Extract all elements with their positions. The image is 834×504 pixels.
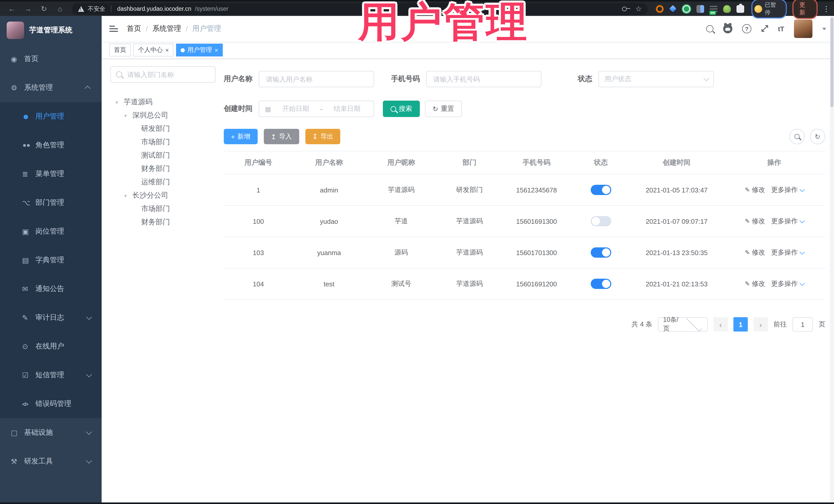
address-bar[interactable]: ! 不安全 dashboard.yudao.iocoder.cn /system…: [72, 3, 648, 15]
import-button[interactable]: ↥ 导入: [264, 129, 299, 144]
browser-reload-icon[interactable]: ↻: [37, 5, 51, 13]
dept-search-box[interactable]: [110, 66, 216, 83]
breadcrumb-item[interactable]: 用户管理: [193, 24, 221, 34]
profile-paused-badge[interactable]: 已暂停: [752, 0, 787, 19]
extension-icon-green-circle[interactable]: [683, 5, 690, 13]
password-key-icon[interactable]: [622, 6, 627, 11]
sidebar-item[interactable]: ⚙ 系统管理: [0, 73, 102, 102]
table-header-cell: 用户编号: [224, 151, 293, 174]
help-icon[interactable]: ?: [742, 24, 751, 34]
browser-update-button[interactable]: 更新: [793, 0, 817, 19]
tree-node[interactable]: ▾ 测试部门: [110, 149, 216, 162]
mobile-field[interactable]: [426, 71, 542, 87]
tab[interactable]: 用户管理 ×: [176, 44, 223, 57]
sidebar-item[interactable]: </> 错误码管理: [0, 390, 102, 418]
extension-icon-grid[interactable]: [697, 5, 704, 13]
sidebar-item[interactable]: ☻ 用户管理: [0, 102, 102, 131]
prev-page-button[interactable]: ‹: [714, 317, 728, 332]
sidebar-item[interactable]: ▤ 字典管理: [0, 246, 102, 275]
browser-forward-icon[interactable]: →: [20, 5, 36, 13]
bookmark-star-icon[interactable]: ☆: [635, 5, 642, 13]
sidebar-toggle-icon[interactable]: [109, 24, 118, 34]
tree-node[interactable]: ▾ 研发部门: [110, 122, 216, 135]
tree-node[interactable]: ▾ 市场部门: [110, 135, 216, 149]
user-avatar[interactable]: [794, 20, 812, 38]
extension-icon-puzzle[interactable]: [737, 5, 744, 13]
not-secure-warning-icon[interactable]: !: [78, 6, 84, 12]
username-input[interactable]: [265, 75, 368, 83]
browser-menu-icon[interactable]: ⋮: [823, 5, 830, 13]
sidebar-item[interactable]: ☻☻ 角色管理: [0, 131, 102, 160]
browser-back-icon[interactable]: ←: [4, 5, 19, 13]
sidebar-item[interactable]: ⌥ 部门管理: [0, 188, 102, 217]
tree-node[interactable]: ▾ 财务部门: [110, 216, 216, 229]
scrollbar-thumb[interactable]: [830, 18, 833, 107]
edit-action[interactable]: ✎ 修改: [745, 280, 765, 287]
edit-action[interactable]: ✎ 修改: [745, 186, 765, 194]
tree-node[interactable]: ▾ 财务部门: [110, 162, 216, 176]
search-button[interactable]: 搜索: [383, 101, 420, 117]
sidebar-item[interactable]: ≣ 菜单管理: [0, 160, 102, 188]
app-logo[interactable]: 芋道管理系统: [0, 16, 102, 45]
tree-node[interactable]: ▾ 长沙分公司: [110, 189, 216, 202]
fullscreen-icon[interactable]: ⤢: [761, 24, 768, 34]
more-actions[interactable]: 更多操作: [771, 248, 804, 256]
sidebar-item[interactable]: ⊙ 在线用户: [0, 332, 102, 361]
extension-icon-list-on-badge[interactable]: [710, 5, 718, 13]
breadcrumb-item[interactable]: 系统管理: [152, 24, 181, 34]
tab[interactable]: 个人中心 ×: [133, 44, 174, 57]
sidebar-item[interactable]: ▣ 岗位管理: [0, 217, 102, 246]
page-1-button[interactable]: 1: [733, 317, 748, 332]
github-icon[interactable]: [723, 24, 732, 34]
tree-caret-icon[interactable]: ▾: [124, 193, 132, 198]
date-range-picker[interactable]: ▦ 开始日期 - 结束日期: [259, 101, 374, 117]
more-actions[interactable]: 更多操作: [771, 186, 804, 194]
extension-icon-green-figure[interactable]: [723, 5, 731, 13]
tab[interactable]: 首页 ×: [109, 44, 131, 57]
page-size-select[interactable]: 10条/页: [658, 317, 708, 332]
more-actions[interactable]: 更多操作: [771, 280, 804, 287]
status-switch[interactable]: [591, 247, 611, 258]
extension-icon-orange-ring[interactable]: [656, 5, 664, 13]
dept-search-input[interactable]: [126, 70, 210, 79]
next-page-button[interactable]: ›: [753, 317, 768, 332]
toggle-search-button[interactable]: [789, 129, 805, 144]
extension-icon-blue-gem[interactable]: [670, 5, 677, 12]
export-button[interactable]: ↧ 导出: [305, 129, 341, 144]
status-switch[interactable]: [591, 279, 611, 289]
tab-close-icon[interactable]: ×: [165, 46, 169, 53]
page-scrollbar[interactable]: [830, 16, 834, 502]
status-select[interactable]: 用户状态: [598, 71, 714, 87]
status-switch[interactable]: [591, 216, 611, 226]
tree-node[interactable]: ▾ 深圳总公司: [110, 109, 216, 122]
username-field[interactable]: [259, 71, 374, 87]
sidebar-item[interactable]: ⚒ 研发工具: [0, 447, 102, 476]
add-button[interactable]: + 新增: [224, 129, 257, 144]
mobile-input[interactable]: [432, 75, 535, 83]
sidebar-item[interactable]: ✎ 审计日志: [0, 303, 102, 332]
refresh-table-button[interactable]: ↻: [810, 129, 825, 144]
browser-home-icon[interactable]: ⌂: [52, 5, 68, 13]
search-icon[interactable]: [706, 25, 714, 32]
tree-caret-icon[interactable]: ▾: [124, 113, 132, 118]
tree-node[interactable]: ▾ 运维部门: [110, 176, 216, 189]
tree-node[interactable]: ▾ 芋道源码: [110, 95, 216, 109]
page-unit: 页: [819, 320, 825, 329]
more-actions[interactable]: 更多操作: [771, 217, 804, 225]
cell-username: yuanma: [293, 237, 365, 268]
edit-action[interactable]: ✎ 修改: [745, 248, 765, 256]
sidebar-item[interactable]: ◉ 首页: [0, 45, 102, 73]
sidebar-item[interactable]: ▢ 基础设施: [0, 418, 102, 447]
sidebar-item[interactable]: ☑ 短信管理: [0, 361, 102, 390]
breadcrumb-item[interactable]: 首页: [127, 24, 141, 34]
tree-caret-icon[interactable]: ▾: [115, 99, 124, 105]
sidebar-item[interactable]: ✉ 通知公告: [0, 275, 102, 303]
edit-action[interactable]: ✎ 修改: [745, 217, 765, 225]
avatar-dropdown-caret-icon[interactable]: [822, 27, 826, 30]
goto-page-input[interactable]: [792, 317, 813, 332]
reset-button[interactable]: ↻ 重置: [425, 101, 462, 117]
tab-close-icon[interactable]: ×: [215, 46, 218, 53]
font-size-icon[interactable]: tT: [778, 25, 784, 32]
tree-node[interactable]: ▾ 市场部门: [110, 202, 216, 216]
status-switch[interactable]: [591, 185, 611, 195]
